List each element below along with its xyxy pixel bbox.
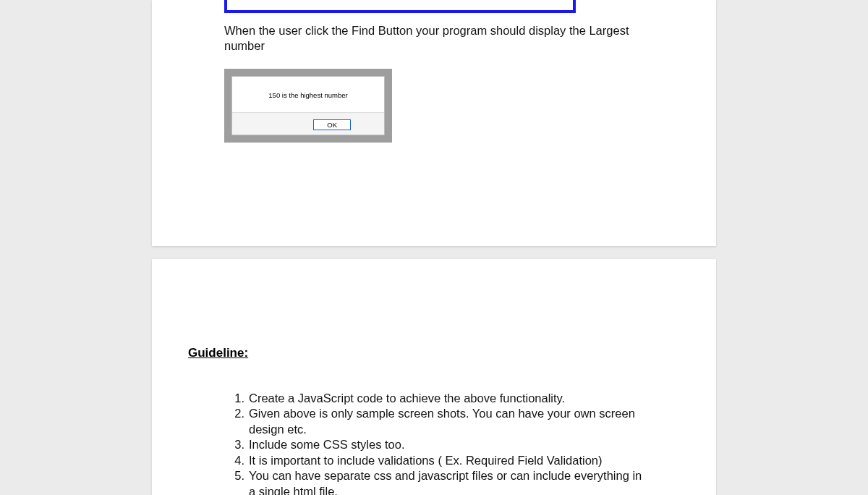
dialog-message: 150 is the highest number [232, 77, 384, 112]
document-page-2: Guideline: 1. Create a JavaScript code t… [152, 259, 716, 495]
list-item: 1. Create a JavaScript code to achieve t… [231, 391, 651, 406]
list-text: You can have separate css and javascript… [249, 468, 651, 495]
list-item: 4. It is important to include validation… [231, 453, 651, 468]
list-text: Create a JavaScript code to achieve the … [249, 391, 651, 406]
guideline-heading: Guideline: [188, 346, 680, 360]
list-item: 3. Include some CSS styles too. [231, 437, 651, 452]
list-text: Given above is only sample screen shots.… [249, 406, 651, 437]
ok-button[interactable]: OK [313, 119, 351, 130]
form-container: Find ! [224, 0, 576, 13]
dialog-footer: OK [232, 112, 384, 135]
instruction-text: When the user click the Find Button your… [224, 23, 629, 54]
list-number: 2. [231, 406, 249, 437]
guideline-list: 1. Create a JavaScript code to achieve t… [231, 391, 651, 495]
dialog-screenshot: 150 is the highest number OK [224, 69, 392, 143]
list-number: 4. [231, 453, 249, 468]
list-text: Include some CSS styles too. [249, 437, 651, 452]
document-page-1: Find ! When the user click the Find Butt… [152, 0, 716, 246]
list-number: 5. [231, 468, 249, 495]
list-number: 1. [231, 391, 249, 406]
list-item: 5. You can have separate css and javascr… [231, 468, 651, 495]
list-text: It is important to include validations (… [249, 453, 651, 468]
list-item: 2. Given above is only sample screen sho… [231, 406, 651, 437]
dialog-window: 150 is the highest number OK [231, 76, 385, 135]
list-number: 3. [231, 437, 249, 452]
page-gap [0, 246, 868, 259]
